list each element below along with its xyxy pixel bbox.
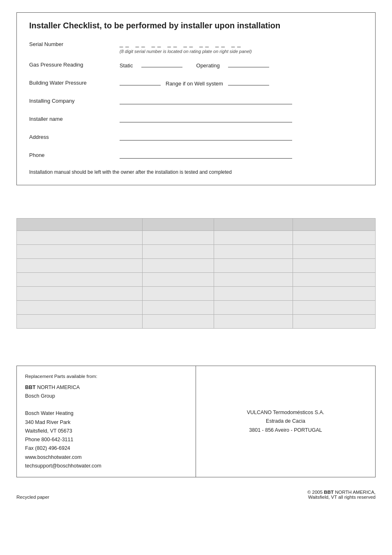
bosch-group: Bosch Group — [25, 392, 187, 401]
left-info-box: Replacement Parts available from: BBT NO… — [16, 366, 196, 477]
table-row — [17, 245, 376, 259]
table-row — [17, 273, 376, 287]
right-info-box: VULCANO Termodomésticos S.A. Estrada de … — [196, 366, 376, 477]
table-cell — [142, 287, 214, 301]
gas-pressure-row: Gas Pressure Reading Static Operating — [29, 61, 363, 72]
checklist-footer-note: Installation manual should be left with … — [29, 169, 363, 175]
address-line2: 340 Mad River Park — [25, 418, 187, 427]
table-cell — [142, 301, 214, 315]
vulcano-info: VULCANO Termodomésticos S.A. Estrada de … — [247, 408, 325, 435]
water-range-label: Range if on Well system — [166, 81, 223, 87]
vulcano-line2: Estrada de Cacia — [247, 417, 325, 426]
copyright-bbt: BBT — [324, 490, 334, 495]
table-cell — [293, 219, 376, 231]
spacer-1 — [16, 202, 376, 218]
water-pressure-underline — [120, 79, 161, 85]
copyright-line2: Waitsfield, VT all rights reserved — [307, 495, 376, 500]
table-row — [17, 231, 376, 245]
serial-number-note: (8 digit serial number is located on rat… — [120, 49, 252, 54]
table-cell — [17, 259, 143, 273]
vulcano-line3: 3801 - 856 Aveiro - PORTUGAL — [247, 426, 325, 435]
bottom-section: Replacement Parts available from: BBT NO… — [16, 366, 376, 477]
table-cell — [293, 245, 376, 259]
table-cell — [214, 301, 293, 315]
table-cell — [17, 219, 143, 231]
table-cell — [214, 273, 293, 287]
table-row — [17, 287, 376, 301]
gas-static-label: Static — [120, 62, 133, 69]
table-cell — [17, 245, 143, 259]
gas-static-underline — [141, 61, 182, 67]
table-cell — [17, 287, 143, 301]
company-name: NORTH AMERICA — [36, 385, 80, 390]
table-cell — [214, 287, 293, 301]
table-cell — [293, 315, 376, 329]
table-section — [16, 218, 376, 329]
table-cell — [293, 259, 376, 273]
table-row — [17, 315, 376, 329]
address-field — [120, 133, 363, 140]
phone-underline — [120, 152, 292, 159]
address-underline — [120, 134, 292, 140]
footer-bar: Recycled paper © 2005 BBT NORTH AMERICA,… — [16, 490, 376, 500]
table-cell — [142, 231, 214, 245]
phone-field — [120, 151, 363, 159]
address-row: Address — [29, 133, 363, 145]
table-row — [17, 219, 376, 231]
phone-line: Phone 800-642-3111 — [25, 435, 187, 444]
water-pressure-field: Range if on Well system — [120, 79, 363, 87]
table-cell — [214, 259, 293, 273]
table-cell — [142, 259, 214, 273]
gas-operating-underline — [228, 61, 269, 67]
gas-operating-label: Operating — [196, 62, 220, 69]
email-line: techsupport@boschhotwater.com — [25, 462, 187, 470]
table-cell — [214, 315, 293, 329]
table-cell — [17, 273, 143, 287]
water-pressure-label: Building Water Pressure — [29, 79, 120, 86]
table-cell — [214, 245, 293, 259]
installing-company-underline — [120, 98, 292, 104]
web-line: www.boschhotwater.com — [25, 453, 187, 462]
table-cell — [293, 231, 376, 245]
table-cell — [214, 219, 293, 231]
table-row — [17, 301, 376, 315]
address-line3: Waitsfield, VT 05673 — [25, 427, 187, 435]
table-cell — [142, 315, 214, 329]
bbt-bold-company: BBT — [25, 385, 36, 390]
table-cell — [293, 287, 376, 301]
table-cell — [17, 231, 143, 245]
address-label: Address — [29, 133, 120, 140]
spacer-2 — [16, 349, 376, 366]
fax-line: Fax (802) 496-6924 — [25, 444, 187, 453]
installing-company-label: Installing Company — [29, 97, 120, 104]
table-cell — [214, 231, 293, 245]
gas-pressure-field: Static Operating — [120, 61, 363, 69]
phone-label: Phone — [29, 151, 120, 158]
installer-name-label: Installer name — [29, 115, 120, 122]
phone-row: Phone — [29, 151, 363, 163]
serial-number-field: __ __ __ __ __ __ __ __ (8 digit serial … — [120, 40, 363, 54]
installing-company-row: Installing Company — [29, 97, 363, 108]
water-pressure-row: Building Water Pressure Range if on Well… — [29, 79, 363, 90]
table-cell — [293, 301, 376, 315]
installer-name-row: Installer name — [29, 115, 363, 127]
recycled-label: Recycled paper — [16, 495, 49, 500]
table-cell — [17, 315, 143, 329]
copyright-line1: © 2005 BBT NORTH AMERICA, — [307, 490, 376, 495]
vulcano-line1: VULCANO Termodomésticos S.A. — [247, 408, 325, 417]
replacement-label: Replacement Parts available from: — [25, 373, 187, 381]
installer-name-field — [120, 115, 363, 122]
footer-right: © 2005 BBT NORTH AMERICA, Waitsfield, VT… — [307, 490, 376, 500]
water-well-underline — [228, 79, 269, 85]
table-row — [17, 259, 376, 273]
table-cell — [293, 273, 376, 287]
checklist-box: Installer Checklist, to be performed by … — [16, 12, 376, 185]
serial-number-row: Serial Number __ __ __ __ __ __ __ __ (8… — [29, 40, 363, 54]
serial-number-label: Serial Number — [29, 40, 120, 47]
installing-company-field — [120, 97, 363, 104]
checklist-title: Installer Checklist, to be performed by … — [29, 21, 363, 30]
table-cell — [142, 219, 214, 231]
gas-pressure-label: Gas Pressure Reading — [29, 61, 120, 68]
parts-table — [16, 218, 376, 329]
company-line: BBT NORTH AMERICA — [25, 383, 187, 392]
